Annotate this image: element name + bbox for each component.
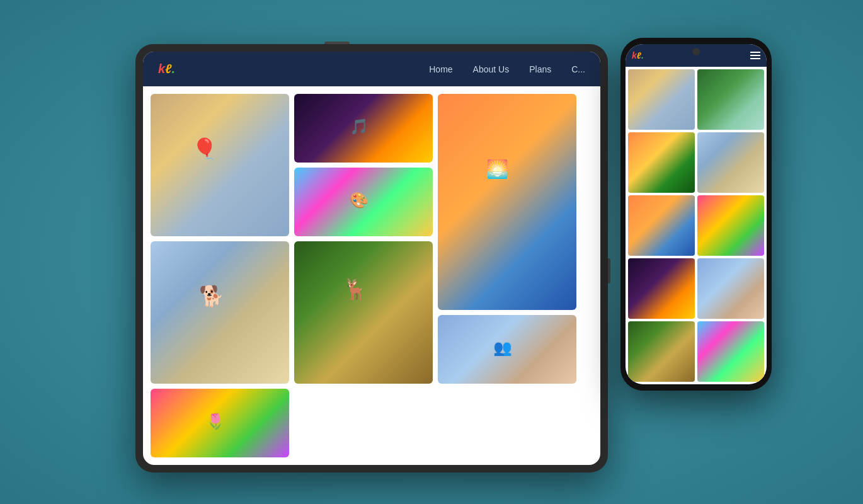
phone-gallery — [626, 67, 767, 384]
photo-holi[interactable] — [294, 168, 433, 236]
photo-dog[interactable] — [151, 241, 289, 384]
phone-screen: kℓ. — [626, 44, 767, 384]
photo-group[interactable] — [438, 315, 576, 384]
tablet-nav-links: Home About Us Plans C... — [429, 64, 585, 75]
logo-icon: kℓ. — [158, 62, 175, 76]
tablet-screen: kℓ. Home About Us Plans C... — [143, 52, 600, 465]
phone-device: kℓ. — [620, 38, 772, 391]
tablet-logo: kℓ. — [158, 62, 175, 76]
nav-item-home[interactable]: Home — [429, 64, 452, 75]
phone-photo-dog[interactable] — [697, 132, 764, 193]
phone-logo-icon: kℓ. — [632, 50, 644, 60]
nav-item-about[interactable]: About Us — [473, 64, 510, 75]
phone-photo-groupfriends[interactable] — [697, 258, 764, 319]
phone-photo-sunset-field[interactable] — [628, 132, 695, 193]
nav-item-plans[interactable]: Plans — [529, 64, 551, 75]
phone-photo-holi[interactable] — [697, 321, 764, 382]
nav-item-more[interactable]: C... — [571, 64, 585, 75]
photo-balloons[interactable] — [151, 94, 289, 236]
phone-photo-deer[interactable] — [628, 321, 695, 382]
phone-photo-tulips[interactable] — [697, 195, 764, 256]
photo-friends-sunset[interactable] — [438, 94, 576, 310]
phone-camera — [692, 48, 700, 55]
photo-tulips[interactable] — [151, 389, 289, 457]
hamburger-menu-icon[interactable] — [750, 52, 760, 59]
tablet-gallery — [143, 86, 600, 465]
tablet-navbar: kℓ. Home About Us Plans C... — [143, 52, 600, 86]
phone-photo-friends[interactable] — [628, 195, 695, 256]
tablet-device: kℓ. Home About Us Plans C... — [135, 44, 608, 472]
phone-photo-waterfall[interactable] — [697, 69, 764, 130]
photo-deer[interactable] — [294, 241, 433, 384]
phone-photo-concert[interactable] — [628, 258, 695, 319]
phone-logo: kℓ. — [632, 50, 644, 60]
phone-photo-balloons[interactable] — [628, 69, 695, 130]
photo-concert[interactable] — [294, 94, 433, 163]
scene: kℓ. Home About Us Plans C... — [85, 19, 778, 485]
